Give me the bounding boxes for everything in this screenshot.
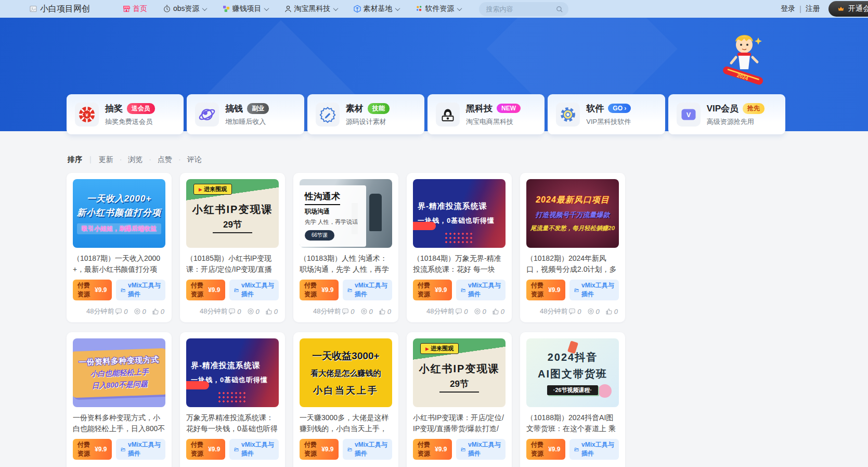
chevron-down-icon bbox=[202, 6, 207, 11]
category-tag[interactable]: vMix工具与插件 bbox=[569, 439, 619, 460]
open-vip-button[interactable]: 开通会员 bbox=[828, 1, 868, 17]
card-footer: 48分钟前 0 0 0 bbox=[73, 306, 165, 316]
project-thumbnail[interactable]: 一份资料多种变现方式小白也能轻松上手日入800不是问题 bbox=[73, 338, 165, 407]
project-title[interactable]: （10183期）人性 沟通术：职场沟通，先学 人性，再学说... bbox=[300, 253, 392, 275]
nav-item-obs[interactable]: obs资源 bbox=[163, 4, 206, 14]
price-tag[interactable]: 付费资源¥9.9 bbox=[413, 439, 452, 460]
feature-card-vip[interactable]: V VIP会员 抢先 高级资源抢先用 bbox=[668, 94, 785, 134]
category-tag[interactable]: vMix工具与插件 bbox=[116, 280, 165, 300]
project-thumbnail[interactable]: 进来围观小红书IP变现课29节 bbox=[186, 179, 279, 248]
project-card[interactable]: 一天收入2000+新小红书颜值打分项吸引小姐姐，刷爆后端收益 （10187期）一… bbox=[67, 173, 172, 322]
category-tag[interactable]: vMix工具与插件 bbox=[343, 439, 392, 460]
project-title[interactable]: （10185期）小红书IP变现课：开店/定位/IP变现/直播带货/... bbox=[186, 253, 279, 275]
folder-icon bbox=[574, 446, 579, 453]
feature-title: 素材 bbox=[346, 103, 364, 115]
project-thumbnail[interactable]: 界-精准投流系统课一块钱，0基础也听得懂 bbox=[186, 338, 279, 407]
auth-divider: | bbox=[799, 5, 801, 13]
price-tag[interactable]: 付费资源¥9.9 bbox=[300, 280, 339, 300]
card-stats: 0 0 0 bbox=[568, 308, 618, 315]
card-footer: 48分钟前 0 0 0 bbox=[413, 306, 506, 316]
nav-item-home[interactable]: 首页 bbox=[122, 4, 147, 14]
category-tag[interactable]: vMix工具与插件 bbox=[456, 439, 506, 460]
card-footer: 48分钟前 0 0 0 bbox=[186, 465, 279, 467]
project-thumbnail[interactable]: 性沟通术职场沟通先学 人性，再学说话66节课 bbox=[300, 179, 392, 248]
project-thumbnail[interactable]: 2024抖音AI图文带货班·26节视频课程· bbox=[526, 338, 619, 407]
login-link[interactable]: 登录 bbox=[781, 4, 795, 14]
feature-card-sideline[interactable]: 搞钱 副业 增加睡后收入 bbox=[187, 94, 304, 134]
thumbnail-text-line: 小红书IP变现课 bbox=[419, 362, 500, 376]
tag-row: 付费资源¥9.9 vMix工具与插件 bbox=[526, 280, 619, 300]
category-tag[interactable]: vMix工具与插件 bbox=[116, 439, 165, 460]
price-tag[interactable]: 付费资源¥9.9 bbox=[73, 280, 112, 300]
comment-icon bbox=[115, 308, 122, 315]
price-tag[interactable]: 付费资源¥9.9 bbox=[526, 439, 565, 460]
price-tag-label: 付费资源 bbox=[418, 281, 432, 299]
feature-card-lottery[interactable]: ¥ 抽奖 送会员 抽奖免费送会员 bbox=[67, 94, 184, 134]
post-time: 48分钟前 bbox=[200, 307, 227, 316]
category-tag[interactable]: vMix工具与插件 bbox=[229, 439, 279, 460]
search-input[interactable] bbox=[486, 5, 555, 13]
category-tag[interactable]: vMix工具与插件 bbox=[569, 280, 619, 300]
project-title[interactable]: （10188期）2024抖音AI图文带货班：在这个赛道上 乘风破... bbox=[526, 412, 619, 434]
price-value: ¥9.9 bbox=[95, 286, 107, 294]
thumbnail-text-line: 29节 bbox=[213, 219, 252, 233]
register-link[interactable]: 注册 bbox=[806, 4, 820, 14]
price-tag[interactable]: 付费资源¥9.9 bbox=[186, 280, 225, 300]
tag-row: 付费资源¥9.9 vMix工具与插件 bbox=[526, 439, 619, 460]
sort-option[interactable]: 评论 bbox=[172, 155, 202, 165]
nav-item-material[interactable]: 素材基地 bbox=[353, 4, 399, 14]
category-label: vMix工具与插件 bbox=[468, 281, 501, 299]
thumbnail-text-line: 界-精准投流系统课 bbox=[418, 201, 487, 211]
project-title[interactable]: 万象无界精准投流系统课：花好每一块钱，0基础也听得懂（... bbox=[186, 412, 279, 434]
project-card[interactable]: 进来围观小红书IP变现课29节 小红书IP变现课：开店/定位/IP变现/直播带货… bbox=[407, 332, 512, 467]
feature-description: 淘宝电商黑科技 bbox=[466, 117, 521, 127]
project-card[interactable]: 进来围观小红书IP变现课29节 （10185期）小红书IP变现课：开店/定位/I… bbox=[180, 173, 285, 322]
project-card[interactable]: 一天收益3000+看大佬是怎么赚钱的小白当天上手 一天赚3000多，大佬是这样赚… bbox=[293, 332, 398, 467]
search-icon[interactable] bbox=[555, 5, 563, 13]
price-tag[interactable]: 付费资源¥9.9 bbox=[73, 439, 112, 460]
project-thumbnail[interactable]: 一天收益3000+看大佬是怎么赚钱的小白当天上手 bbox=[300, 338, 392, 407]
category-tag[interactable]: vMix工具与插件 bbox=[229, 280, 279, 300]
price-tag[interactable]: 付费资源¥9.9 bbox=[300, 439, 339, 460]
project-title[interactable]: 小红书IP变现课：开店/定位/IP变现/直播带货/爆款打造/涨价... bbox=[413, 412, 506, 434]
project-card[interactable]: 界-精准投流系统课一块钱，0基础也听得懂 万象无界精准投流系统课：花好每一块钱，… bbox=[180, 332, 285, 467]
project-card[interactable]: 一份资料多种变现方式小白也能轻松上手日入800不是问题 一份资料多种变现方式，小… bbox=[67, 332, 172, 467]
nav-item-software[interactable]: 软件资源 bbox=[415, 4, 461, 14]
sort-option[interactable]: 浏览 bbox=[113, 155, 143, 165]
feature-card-material[interactable]: 素材 技能 源码设计素材 bbox=[307, 94, 424, 134]
project-card[interactable]: 2024抖音AI图文带货班·26节视频课程· （10188期）2024抖音AI图… bbox=[520, 332, 625, 467]
price-tag[interactable]: 付费资源¥9.9 bbox=[186, 439, 225, 460]
category-tag[interactable]: vMix工具与插件 bbox=[343, 280, 392, 300]
thumbnail-text-line: 小白也能轻松上手 bbox=[90, 368, 149, 379]
like-icon bbox=[605, 308, 613, 315]
project-thumbnail[interactable]: 进来围观小红书IP变现课29节 bbox=[413, 338, 506, 407]
project-title[interactable]: （10182期）2024年新风口，视频号分成2.0计划，多种玩... bbox=[526, 253, 619, 275]
feature-card-software[interactable]: 软件 GO › VIP黑科技软件 bbox=[548, 94, 665, 134]
price-tag[interactable]: 付费资源¥9.9 bbox=[413, 280, 452, 300]
project-title[interactable]: （10184期）万象无界-精准投流系统课：花好 每一块钱，0... bbox=[413, 253, 506, 275]
nav-item-taobao[interactable]: 淘宝黑科技 bbox=[284, 4, 338, 14]
comment-count: 0 bbox=[115, 308, 127, 315]
project-thumbnail[interactable]: 界-精准投流系统课一块钱，0基础也听得懂 bbox=[413, 179, 506, 248]
project-card[interactable]: 性沟通术职场沟通先学 人性，再学说话66节课 （10183期）人性 沟通术：职场… bbox=[293, 173, 398, 322]
vip-card-icon: V bbox=[679, 105, 698, 124]
category-tag[interactable]: vMix工具与插件 bbox=[456, 280, 506, 300]
feature-card-hacker[interactable]: 黑科技 NEW 淘宝电商黑科技 bbox=[427, 94, 545, 134]
project-title[interactable]: （10187期）一天收入2000+，最新小红书颜值打分项目，吸... bbox=[73, 253, 165, 275]
project-title[interactable]: 一份资料多种变现方式，小白也能轻松上手，日入800不是问题 bbox=[73, 412, 165, 434]
auth-links: 登录 | 注册 bbox=[781, 4, 820, 14]
site-logo[interactable]: 小白项目网创 bbox=[29, 4, 90, 15]
nav-item-money[interactable]: 赚钱项目 bbox=[222, 4, 268, 14]
feature-badge: NEW bbox=[497, 104, 521, 113]
sort-option[interactable]: 点赞 bbox=[142, 155, 172, 165]
feature-title: 软件 bbox=[586, 103, 604, 115]
feature-shortcuts: ¥ 抽奖 送会员 抽奖免费送会员 搞钱 副业 增加睡后收入 素材 技能 源码设计… bbox=[67, 94, 785, 134]
project-title[interactable]: 一天赚3000多，大佬是这样赚到钱的，小白当天上手，穷人... bbox=[300, 412, 392, 434]
project-thumbnail[interactable]: 2024最新风口项目打造视频号千万流量爆款尾流量不发愁，每月轻松躺赚20 bbox=[526, 179, 619, 248]
price-tag[interactable]: 付费资源¥9.9 bbox=[526, 280, 565, 300]
project-card[interactable]: 2024最新风口项目打造视频号千万流量爆款尾流量不发愁，每月轻松躺赚20 （10… bbox=[520, 173, 625, 322]
sort-option[interactable]: 更新 bbox=[99, 155, 113, 165]
project-thumbnail[interactable]: 一天收入2000+新小红书颜值打分项吸引小姐姐，刷爆后端收益 bbox=[73, 179, 165, 248]
search-box[interactable] bbox=[479, 2, 568, 16]
project-card[interactable]: 界-精准投流系统课一块钱，0基础也听得懂 （10184期）万象无界-精准投流系统… bbox=[407, 173, 512, 322]
